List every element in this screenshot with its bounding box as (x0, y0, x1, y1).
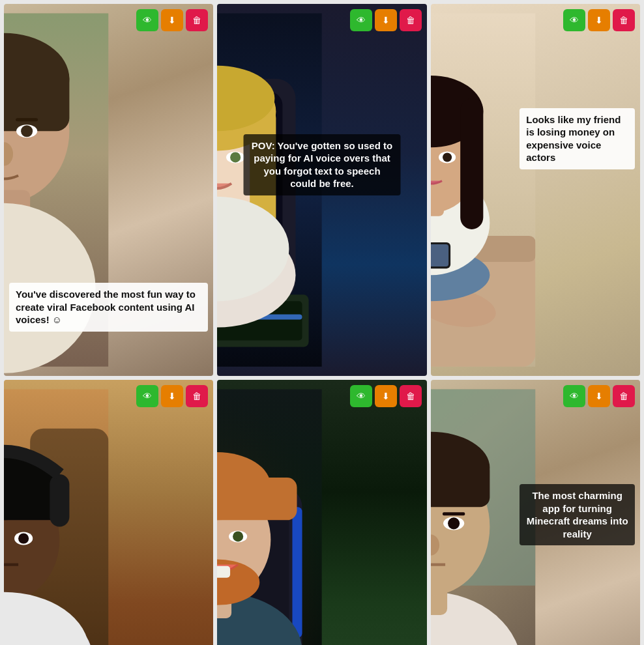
eye-button-1[interactable]: 👁 (136, 9, 158, 31)
card-2: POV: You've gotten so used to paying for… (217, 4, 426, 376)
card-3: Looks like my friend is losing money on … (431, 4, 640, 376)
eye-button-3[interactable]: 👁 (563, 9, 585, 31)
person-silhouette-4 (4, 380, 109, 645)
card-4-actions: 👁 ⬇ 🗑 (136, 385, 208, 407)
svg-point-79 (233, 532, 243, 542)
svg-point-11 (21, 125, 33, 137)
card-5: I discovered the best app to create natu… (217, 380, 426, 645)
card-3-actions: 👁 ⬇ 🗑 (563, 9, 635, 31)
eye-button-2[interactable]: 👁 (350, 9, 372, 31)
download-button-4[interactable]: ⬇ (161, 385, 183, 407)
download-button-6[interactable]: ⬇ (588, 385, 610, 407)
card-6-caption: The most charming app for turning Minecr… (520, 484, 635, 545)
svg-point-61 (18, 534, 29, 544)
svg-rect-13 (16, 118, 38, 121)
download-button-1[interactable]: ⬇ (161, 9, 183, 31)
person-silhouette-5 (217, 380, 322, 645)
video-grid: You've discovered the most fun way to cr… (0, 0, 644, 645)
svg-rect-69 (293, 508, 302, 638)
card-2-actions: 👁 ⬇ 🗑 (350, 9, 422, 31)
svg-rect-98 (443, 513, 465, 516)
svg-rect-43 (460, 98, 483, 229)
svg-point-47 (443, 152, 452, 162)
svg-rect-74 (217, 478, 297, 520)
download-button-3[interactable]: ⬇ (588, 9, 610, 31)
delete-button-6[interactable]: 🗑 (613, 385, 635, 407)
person-silhouette-3 (431, 4, 536, 376)
delete-button-2[interactable]: 🗑 (400, 9, 422, 31)
card-1-caption: You've discovered the most fun way to cr… (9, 283, 208, 332)
svg-rect-7 (4, 66, 69, 131)
card-5-actions: 👁 ⬇ 🗑 (350, 385, 422, 407)
card-1-actions: 👁 ⬇ 🗑 (136, 9, 208, 31)
svg-point-96 (448, 518, 460, 530)
svg-rect-80 (217, 566, 230, 578)
delete-button-3[interactable]: 🗑 (613, 9, 635, 31)
eye-button-5[interactable]: 👁 (350, 385, 372, 407)
svg-rect-49 (431, 244, 448, 266)
delete-button-1[interactable]: 🗑 (186, 9, 208, 31)
svg-point-30 (230, 152, 241, 162)
eye-button-6[interactable]: 👁 (563, 385, 585, 407)
card-4: I am telling my friends that I have disc… (4, 380, 213, 645)
download-button-2[interactable]: ⬇ (375, 9, 397, 31)
card-6-actions: 👁 ⬇ 🗑 (563, 385, 635, 407)
card-3-caption: Looks like my friend is losing money on … (520, 108, 635, 169)
delete-button-5[interactable]: 🗑 (400, 385, 422, 407)
delete-button-4[interactable]: 🗑 (186, 385, 208, 407)
card-2-caption: POV: You've gotten so used to paying for… (243, 134, 400, 195)
card-6: The most charming app for turning Minecr… (431, 380, 640, 645)
eye-button-4[interactable]: 👁 (136, 385, 158, 407)
download-button-5[interactable]: ⬇ (375, 385, 397, 407)
svg-rect-57 (50, 474, 69, 526)
svg-rect-92 (431, 461, 490, 507)
card-1: You've discovered the most fun way to cr… (4, 4, 213, 376)
